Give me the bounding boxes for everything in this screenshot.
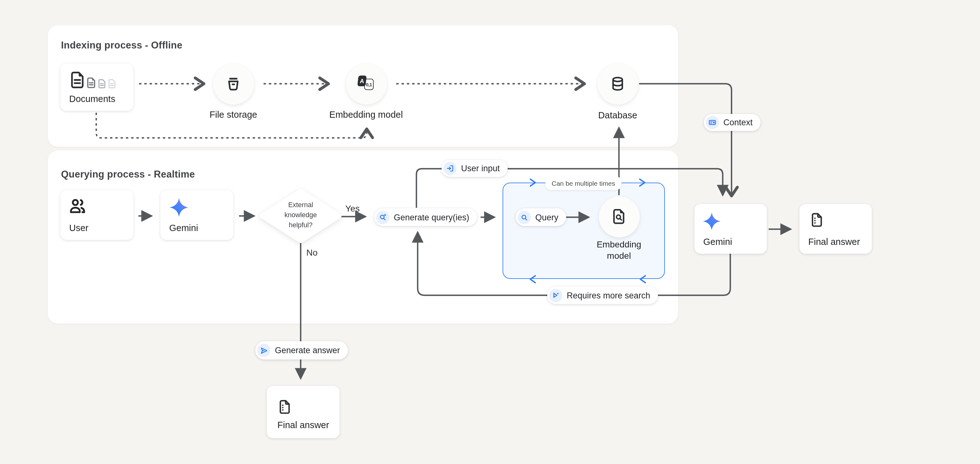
generate-answer-label: Generate answer [275,346,340,355]
context-icon [706,116,719,129]
user-card: User [60,190,134,240]
can-be-multiple-times-tag: Can be multiple times [545,176,622,190]
diagram-canvas: Indexing process - Offline Querying proc… [0,0,980,464]
requires-more-search-label: Requires more search [567,290,651,300]
database-node [597,63,638,104]
embedding-model-realtime-label: Embedding model [591,239,647,261]
user-input-pill: User input [442,160,507,177]
gemini-query-card: Gemini [161,190,233,240]
bucket-icon [225,75,242,92]
decision-label: External knowledge helpful? [278,199,323,230]
gemini-icon [169,197,189,218]
article-icon [810,212,825,228]
context-pill: Context [704,114,760,131]
document-copy-icon [87,77,95,89]
gemini-answer-label: Gemini [703,237,732,247]
gemini-icon [702,212,721,231]
search-icon [518,210,531,224]
gemini-answer-card: Gemini [694,204,767,254]
generate-queries-label: Generate query(ies) [394,212,469,222]
retrieval-loop-box [503,183,665,279]
final-answer-right-card: Final answer [799,204,872,254]
final-answer-bottom-card: Final answer [267,386,340,438]
requires-more-search-pill: Requires more search [547,287,658,304]
query-label: Query [535,212,558,222]
querying-panel-title: Querying process - Realtime [61,169,195,180]
user-label: User [69,223,88,233]
final-answer-bottom-label: Final answer [277,420,329,430]
no-label: No [306,247,318,257]
gemini-query-label: Gemini [169,223,198,233]
search-sparkle-icon [376,210,389,224]
generate-answer-pill: Generate answer [255,341,348,359]
file-storage-label: File storage [202,110,265,120]
context-pill-label: Context [723,118,752,127]
document-copy-icon [98,79,106,89]
article-icon [277,399,293,416]
document-copy-icon [108,79,116,89]
indexing-panel-title: Indexing process - Offline [61,40,182,51]
final-answer-right-label: Final answer [808,237,860,247]
embedding-icon-letter: A [357,75,367,86]
generate-queries-pill: Generate query(ies) [374,208,477,226]
document-search-icon [611,208,627,225]
yes-label: Yes [345,203,360,214]
embedding-model-icon: 0,1 A [357,75,375,92]
documents-card: Documents [60,64,134,111]
embedding-model-realtime-node [598,196,640,237]
send-icon [257,344,270,357]
database-label: Database [586,110,649,120]
user-icon [68,198,88,215]
file-storage-node [213,63,254,104]
play-sparkle-icon [549,289,562,302]
documents-icon [70,71,116,89]
embedding-model-offline-node: 0,1 A [346,63,387,104]
user-input-label: User input [461,164,500,173]
embedding-model-offline-label: Embedding model [328,110,404,120]
database-icon [609,75,626,92]
input-icon [444,162,457,175]
documents-label: Documents [69,94,115,104]
query-pill: Query [516,208,566,226]
